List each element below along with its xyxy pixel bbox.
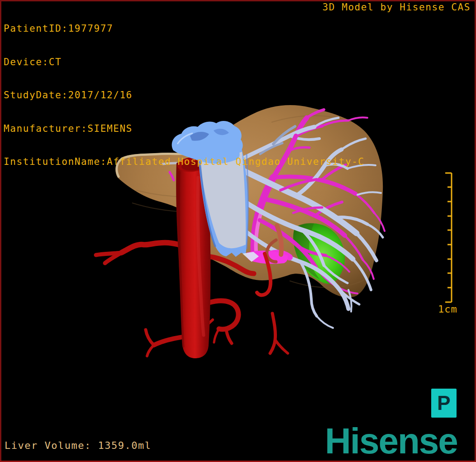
manufacturer-line: Manufacturer:SIEMENS — [4, 123, 365, 135]
orientation-p-button[interactable]: P — [431, 389, 457, 418]
patient-id-line: PatientID:1977977 — [4, 23, 365, 34]
viewer-screen: 1cm PatientID:1977977 Device:CT StudyDat… — [0, 0, 476, 462]
patient-info-overlay: PatientID:1977977 Device:CT StudyDate:20… — [4, 1, 365, 190]
scale-bar — [445, 173, 452, 302]
institution-line: InstitutionName:Affiliated Hospital Qing… — [4, 156, 365, 168]
liver-volume-readout: Liver Volume: 1359.0ml — [5, 440, 151, 451]
device-line: Device:CT — [4, 57, 365, 68]
hisense-logo: Hisense — [325, 423, 457, 459]
scale-bar-label: 1cm — [438, 303, 457, 315]
study-date-line: StudyDate:2017/12/16 — [4, 90, 365, 101]
watermark-title: 3D Model by Hisense CAS — [322, 2, 471, 13]
